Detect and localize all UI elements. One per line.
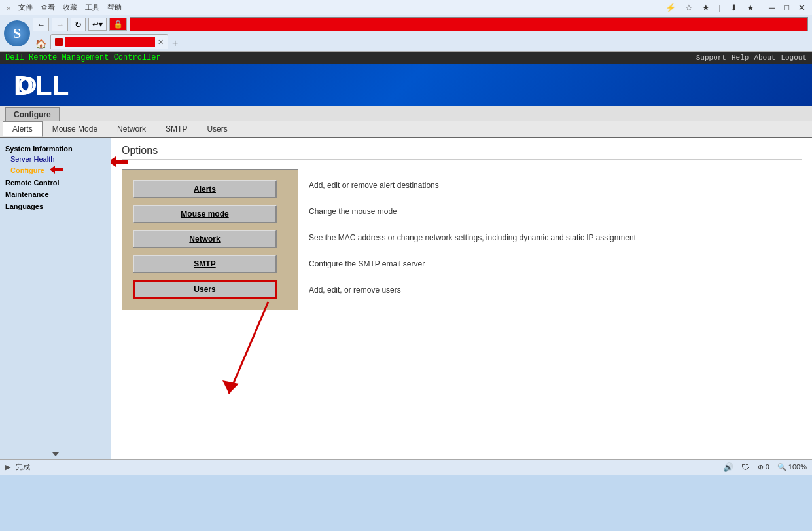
browser-chrome: » 文件 查看 收藏 工具 帮助 ⚡ ☆ ★ | ⬇ ★ ─ □ ✕ S ← →… [0,0,812,52]
tab-title-text [65,37,155,47]
tab-close-icon[interactable]: ✕ [158,38,164,46]
sidebar-item-maintenance[interactable]: Maintenance [3,189,108,200]
drac-title: Dell Remote Management Controller [5,53,161,62]
tab-users[interactable]: Users [197,121,237,137]
titlebar-menu-tools[interactable]: 工具 [82,3,102,12]
browser-tab[interactable]: ✕ [50,34,168,49]
logout-link[interactable]: Logout [781,54,807,62]
status-left: ▶ 完成 [5,462,30,472]
download-icon[interactable]: ⬇ [728,3,740,12]
dell-logo: D LL [10,69,76,101]
svg-line-4 [229,302,268,394]
drac-tabs: Alerts Mouse Mode Network SMTP Users [0,121,812,138]
sidebar-scroll-down[interactable] [0,452,111,456]
about-link[interactable]: About [754,54,775,62]
star-icon[interactable]: ★ [699,3,713,12]
options-buttons-panel: Alerts Mouse mode Network SMTP Users [122,169,298,310]
tab-mouse-mode[interactable]: Mouse Mode [43,121,107,137]
star-outline-icon[interactable]: ☆ [682,3,696,12]
tab-favicon [55,38,63,46]
bolt-icon: ⚡ [663,3,679,12]
sidebar-item-system-information[interactable]: System Information [3,143,108,154]
lock-icon: 🔒 [109,18,127,31]
configure-tab-label[interactable]: Configure [5,107,60,121]
browser-nav: S ← → ↻ ↩▾ 🔒 🏠 ✕ + [0,15,812,51]
options-title: Options [122,145,802,160]
browser-statusbar: ▶ 完成 🔊 🛡 ⊕ 0 🔍 100% [0,459,812,475]
home-icon[interactable]: 🏠 [33,39,49,49]
address-bar[interactable] [130,17,808,31]
sidebar-item-languages[interactable]: Languages [3,201,108,211]
help-link[interactable]: Help [732,54,749,62]
titlebar-icons: ⚡ ☆ ★ | ⬇ ★ ─ □ ✕ [663,3,808,12]
drac-header: D LL [0,64,812,106]
new-tab-button[interactable]: + [169,37,181,49]
counter-value: 0 [766,463,769,471]
drac-topbar: Dell Remote Management Controller Suppor… [0,52,812,64]
drac-application: Dell Remote Management Controller Suppor… [0,52,812,459]
bookmark-icon[interactable]: ★ [744,3,757,12]
browser-logo: S [4,20,30,46]
svg-marker-3 [50,166,63,174]
tab-network[interactable]: Network [107,121,156,137]
statusbar-right: 🔊 🛡 ⊕ 0 🔍 100% [723,462,807,472]
drac-sidebar: System Information Server Health Configu… [0,138,111,459]
counter-icon: ⊕ [758,463,764,471]
support-link[interactable]: Support [696,54,726,62]
dell-logo-svg: D LL [10,69,76,101]
titlebar-menu-view[interactable]: 查看 [38,3,58,12]
titlebar-left: » 文件 查看 收藏 工具 帮助 [4,3,663,12]
play-icon: ▶ [5,463,10,471]
users-button[interactable]: Users [133,280,277,299]
configure-section: Configure Alerts Mouse Mode Network SMTP… [0,106,812,138]
titlebar-menu-file[interactable]: 文件 [16,3,35,12]
back-button[interactable]: ← [33,18,49,31]
zoom-value: 100% [788,463,807,471]
separator: | [716,3,724,12]
users-description: Add, edit, or remove users [309,280,636,300]
drac-body: System Information Server Health Configu… [0,138,812,459]
configure-red-arrow [50,166,63,175]
scroll-down-arrow[interactable] [52,452,59,456]
minimize-btn[interactable]: ─ [766,3,777,12]
mouse-mode-description: Change the mouse mode [309,202,636,221]
options-panel: Alerts Mouse mode Network SMTP Users Add… [122,169,802,310]
counter-display: ⊕ 0 [758,463,769,471]
sidebar-item-remote-control[interactable]: Remote Control [3,177,108,188]
alerts-button[interactable]: Alerts [133,180,277,198]
sidebar-item-server-health[interactable]: Server Health [3,154,108,164]
tab-alerts[interactable]: Alerts [3,121,43,137]
titlebar-menu-help[interactable]: 帮助 [105,3,124,12]
options-descriptions-panel: Add, edit or remove alert destinations C… [298,169,646,310]
svg-marker-5 [222,380,239,394]
titlebar-menu-favorites[interactable]: 收藏 [60,3,80,12]
tab-smtp[interactable]: SMTP [156,121,197,137]
sidebar-item-configure[interactable]: Configure [3,164,108,176]
network-button[interactable]: Network [133,230,277,248]
smtp-button[interactable]: SMTP [133,255,277,273]
browser-titlebar: » 文件 查看 收藏 工具 帮助 ⚡ ☆ ★ | ⬇ ★ ─ □ ✕ [0,0,812,15]
refresh-button[interactable]: ↻ [71,18,86,31]
status-text: 完成 [16,462,30,472]
shield-icon: 🛡 [741,462,750,472]
drac-topbar-links: Support Help About Logout [696,54,807,62]
zoom-display: 🔍 100% [777,463,807,471]
titlebar-menu-hint: » [4,4,13,12]
configure-label-area: Configure [0,106,812,121]
maximize-btn[interactable]: □ [781,3,792,12]
svg-text:LL: LL [35,70,69,101]
sound-icon: 🔊 [723,462,733,472]
smtp-description: Configure the SMTP email server [309,254,636,274]
close-btn[interactable]: ✕ [796,3,808,12]
alerts-description: Add, edit or remove alert destinations [309,175,636,195]
zoom-icon: 🔍 [777,463,786,471]
undo-button[interactable]: ↩▾ [88,18,107,31]
forward-button[interactable]: → [52,18,68,31]
network-description: See the MAC address or change network se… [309,228,636,247]
svg-text:D: D [14,70,33,101]
drac-content: Options Alerts Mouse mode Network SMTP U… [111,138,812,459]
mouse-mode-button[interactable]: Mouse mode [133,205,277,223]
